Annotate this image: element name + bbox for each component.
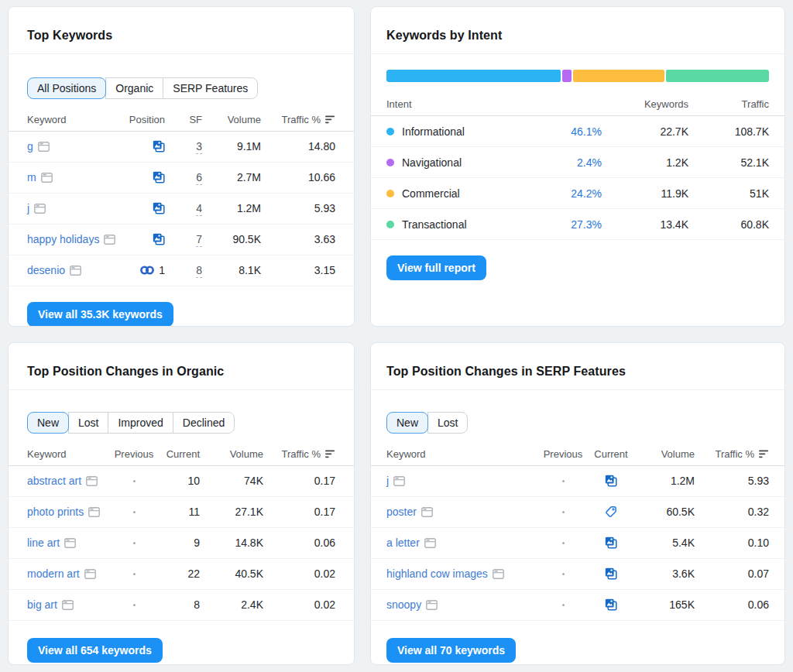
volume-value: 14.8K — [200, 537, 263, 549]
previous-none-dot — [133, 480, 136, 482]
keyword-link[interactable]: highland cow images — [386, 567, 488, 580]
sort-descending-icon[interactable] — [759, 450, 769, 458]
tab-improved[interactable]: Improved — [108, 412, 173, 434]
volume-value: 8.1K — [202, 264, 261, 276]
keyword-link[interactable]: snoopy — [386, 598, 421, 611]
keyword-link[interactable]: line art — [27, 537, 60, 549]
table-row: Transactional 27.3% 13.4K 60.8K — [371, 209, 784, 240]
tab-lost[interactable]: Lost — [68, 412, 108, 434]
traffic-value: 10.66 — [261, 171, 335, 183]
tab-all-positions[interactable]: All Positions — [27, 77, 106, 99]
volume-value: 5.4K — [636, 537, 695, 549]
intent-bar-informational[interactable] — [386, 70, 561, 82]
shopping-tag-icon — [605, 506, 617, 518]
traffic-value: 60.8K — [688, 218, 769, 231]
keyword-link[interactable]: m — [27, 171, 36, 183]
keyword-link[interactable]: j — [27, 202, 29, 214]
keyword-link[interactable]: desenio — [27, 264, 65, 276]
serp-features-icon — [64, 538, 76, 548]
previous-none-dot — [562, 573, 565, 575]
sf-count-link[interactable]: 8 — [196, 264, 202, 278]
view-full-report-button[interactable]: View full report — [386, 255, 486, 280]
traffic-value: 0.07 — [695, 567, 769, 580]
intent-percent-link[interactable]: 2.4% — [577, 156, 602, 169]
table-header: Intent Keywords Traffic — [371, 93, 784, 116]
current-position: 10 — [156, 475, 200, 487]
table-header: Keyword Previous Current Volume Traffic … — [9, 443, 354, 466]
traffic-value: 3.15 — [261, 264, 335, 276]
volume-value: 165K — [636, 598, 695, 611]
table-header: Keyword Previous Current Volume Traffic … — [371, 443, 784, 466]
volume-value: 2.7M — [202, 171, 261, 183]
traffic-value: 52.1K — [688, 156, 769, 169]
sort-descending-icon[interactable] — [325, 115, 335, 124]
keywords-value: 22.7K — [602, 125, 688, 138]
intent-distribution-bar — [386, 70, 769, 82]
keyword-link[interactable]: g — [27, 140, 33, 153]
keyword-link[interactable]: modern art — [27, 567, 80, 580]
view-all-keywords-button[interactable]: View all 70 keywords — [386, 638, 516, 663]
tab-serp-features[interactable]: SERP Features — [163, 77, 258, 99]
traffic-value: 0.02 — [263, 567, 335, 580]
intent-percent-link[interactable]: 46.1% — [571, 125, 602, 138]
col-sf: SF — [165, 114, 202, 125]
sf-count-link[interactable]: 7 — [196, 233, 202, 247]
intent-percent-link[interactable]: 27.3% — [571, 218, 602, 231]
serp-features-icon — [86, 476, 98, 486]
current-position: 11 — [156, 506, 200, 518]
image-pack-icon — [605, 537, 617, 549]
intent-label: Navigational — [402, 156, 462, 169]
intent-bar-transactional[interactable] — [666, 70, 769, 82]
traffic-value: 0.17 — [263, 475, 335, 487]
sf-count-link[interactable]: 3 — [196, 140, 202, 154]
serp-features-icon — [104, 235, 115, 245]
keyword-link[interactable]: j — [386, 475, 389, 487]
position-value: 1 — [159, 264, 165, 276]
col-traffic: Traffic % — [695, 448, 769, 460]
keyword-link[interactable]: abstract art — [27, 475, 81, 487]
keyword-link[interactable]: big art — [27, 598, 57, 611]
tab-new[interactable]: New — [27, 412, 69, 434]
keyword-link[interactable]: photo prints — [27, 506, 84, 518]
view-all-keywords-button[interactable]: View all 654 keywords — [27, 638, 163, 663]
traffic-value: 0.10 — [695, 537, 769, 549]
table-row: m 6 2.7M 10.66 — [9, 163, 354, 194]
sf-count-link[interactable]: 6 — [196, 171, 202, 185]
col-position: Position — [118, 114, 165, 125]
tab-lost[interactable]: Lost — [427, 412, 468, 434]
tab-declined[interactable]: Declined — [173, 412, 235, 434]
table-row: Commercial 24.2% 11.9K 51K — [371, 178, 784, 209]
volume-value: 74K — [200, 475, 263, 487]
intent-label: Commercial — [402, 187, 460, 200]
intent-percent-link[interactable]: 24.2% — [571, 187, 602, 200]
volume-value: 9.1M — [202, 140, 261, 153]
panel-title: Top Position Changes in Organic — [9, 353, 354, 390]
col-intent: Intent — [386, 98, 524, 110]
col-traffic: Traffic — [688, 98, 769, 110]
tab-organic[interactable]: Organic — [105, 77, 163, 99]
serp-features-icon — [493, 569, 504, 579]
view-all-keywords-button[interactable]: View all 35.3K keywords — [27, 302, 173, 327]
serp-features-icon — [70, 266, 81, 276]
keyword-link[interactable]: a letter — [386, 537, 420, 549]
sf-count-link[interactable]: 4 — [196, 202, 202, 216]
keyword-link[interactable]: happy holidays — [27, 233, 99, 245]
sort-descending-icon[interactable] — [325, 450, 335, 458]
col-traffic: Traffic % — [263, 448, 335, 460]
col-volume: Volume — [636, 448, 695, 460]
previous-none-dot — [133, 511, 136, 513]
traffic-value: 14.80 — [261, 140, 335, 153]
image-pack-icon — [153, 140, 165, 153]
top-keywords-tabs: All Positions Organic SERP Features — [27, 77, 258, 99]
intent-bar-navigational[interactable] — [562, 70, 572, 82]
tab-new[interactable]: New — [386, 412, 428, 434]
volume-value: 60.5K — [636, 506, 695, 518]
keyword-link[interactable]: poster — [386, 506, 417, 518]
intent-bar-commercial[interactable] — [573, 70, 664, 82]
previous-none-dot — [133, 542, 136, 544]
serp-changes-tabs: New Lost — [386, 412, 468, 434]
image-pack-icon — [605, 475, 617, 487]
serp-features-icon — [421, 507, 433, 517]
table-row: happy holidays 7 90.5K 3.63 — [9, 225, 354, 255]
table-row: highland cow images 3.6K 0.07 — [371, 559, 784, 590]
